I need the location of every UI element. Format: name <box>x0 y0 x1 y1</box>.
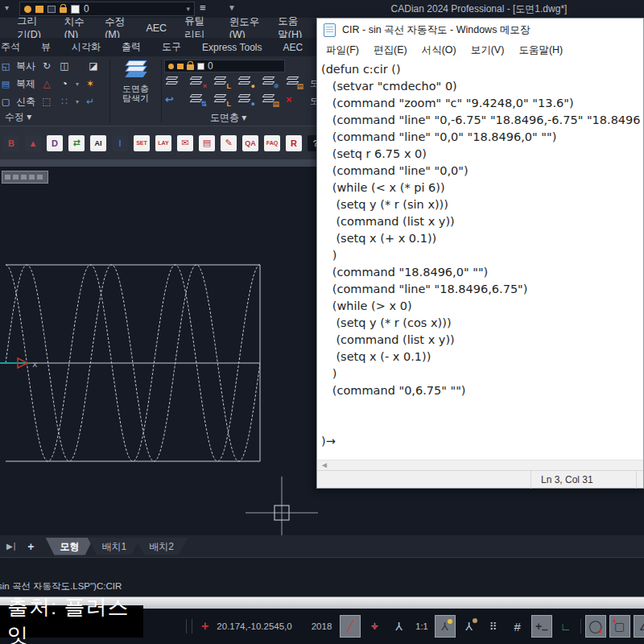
ribbon-tab-4[interactable]: 출력 <box>111 40 151 54</box>
duplicate-lead-icon[interactable]: ▤ <box>0 79 11 89</box>
layers-stack-icon[interactable]: ≡ <box>200 2 206 14</box>
tracking-toggle[interactable]: + <box>364 615 385 638</box>
angle-snap-toggle[interactable]: ∠ <box>634 615 644 638</box>
notepad-titlebar[interactable]: CIR - sin 곡선 자동작도 - Windows 메모장 <box>317 19 643 41</box>
code-line-4: (command "line" "0,-6.75" "18.8496,-6.75… <box>321 112 643 129</box>
array-dropdown-icon[interactable]: ▾ <box>76 98 79 105</box>
annotation-autoscale-toggle[interactable]: Y <box>459 615 480 638</box>
layer-tool-2-4[interactable]: ● <box>234 92 255 108</box>
quick-access-dropdown-icon[interactable]: ▾ <box>5 3 9 12</box>
ai-plugin-icon[interactable]: AI <box>90 135 106 151</box>
annotation-scale-label[interactable]: 1:1 <box>415 621 427 631</box>
pen-doc-icon[interactable]: ✎ <box>221 135 237 151</box>
notepad-hscrollbar[interactable]: ◄ <box>317 460 643 470</box>
faq-icon[interactable]: FAQ <box>264 135 280 151</box>
cad-menu-2[interactable]: 치수(N) <box>56 15 96 40</box>
plugin-b-icon[interactable]: B <box>3 135 19 151</box>
rotate-icon[interactable]: ↻ <box>40 60 53 72</box>
layer-tool-1-2[interactable]: × <box>186 74 207 90</box>
layer-explorer-panel[interactable]: 도면층 탐색기 <box>110 56 161 126</box>
join-icon[interactable]: ↵ <box>84 96 97 107</box>
np-menu-5[interactable]: 도움말(H) <box>511 43 570 57</box>
notepad-menubar: 파일(F)편집(E)서식(O)보기(V)도움말(H) <box>317 41 643 60</box>
stretch-lead-icon[interactable]: ▢ <box>0 97 11 107</box>
year-field[interactable]: 2018 <box>312 621 332 631</box>
layer-tool-2-6[interactable]: × <box>283 92 303 108</box>
plugin-arrow-icon[interactable]: ▲ <box>25 135 41 151</box>
ribbon-tab-1[interactable]: 주석 <box>0 40 31 54</box>
notepad-statusbar: Ln 3, Col 31 <box>317 470 643 488</box>
ribbon-layer-combobox[interactable]: 0 <box>164 60 285 72</box>
modify-panel-label[interactable]: 수정 ▾ <box>5 110 31 124</box>
mirror-red-icon[interactable]: △ <box>40 78 53 89</box>
scale-icon[interactable]: ⬚ <box>40 96 53 107</box>
np-menu-4[interactable]: 보기(V) <box>464 43 512 57</box>
chevron-down-icon[interactable]: ▾ <box>186 5 190 13</box>
layout-tab-모형[interactable]: 모형 <box>45 538 93 555</box>
mirror-icon[interactable]: ◫ <box>58 60 71 72</box>
np-menu-1[interactable]: 파일(F) <box>319 43 366 57</box>
duplicate-button[interactable]: 복제 <box>16 77 35 91</box>
copy-button[interactable]: 복사 <box>16 60 35 73</box>
isometric-plane-toggle[interactable]: Y <box>388 615 409 638</box>
convert-arrows-icon[interactable]: ⇄ <box>68 135 85 151</box>
fillet-dropdown-icon[interactable]: ▾ <box>76 80 79 88</box>
d-plugin-icon[interactable]: D <box>47 135 63 151</box>
annotation-visibility-toggle[interactable]: Y <box>435 615 456 638</box>
layer-tool-1-4[interactable]: ● <box>234 74 255 90</box>
layout-tab-배치1[interactable]: 배치1 <box>87 538 141 555</box>
ribbon-tab-3[interactable]: 시각화 <box>61 40 111 54</box>
layer-tool-2-1[interactable]: ↩ <box>162 92 183 108</box>
layer-tool-1-1[interactable] <box>162 74 183 90</box>
set-print-icon[interactable]: SET <box>134 135 150 151</box>
ribbon-tab-6[interactable]: Express Tools <box>192 42 272 53</box>
explode-icon[interactable]: ✶ <box>84 78 97 89</box>
scroll-left-icon[interactable]: ◄ <box>320 460 328 469</box>
code-line-19: ) <box>321 365 643 382</box>
layer-explorer-label-2: 탐색기 <box>110 93 161 103</box>
layer-panel-label[interactable]: 도면층 ▾ <box>210 111 246 125</box>
fillet-icon[interactable]: ◔ <box>58 78 71 89</box>
layer-tool-1-3[interactable]: L <box>210 74 231 90</box>
layer-tool-1-5[interactable]: ❄ <box>258 74 279 90</box>
qna-icon[interactable]: QA <box>242 135 258 151</box>
layer-filter-icon[interactable]: ▼ <box>228 3 236 12</box>
cad-menu-6[interactable]: 윈도우(W) <box>221 15 270 40</box>
cad-menu-3[interactable]: 수정(M) <box>96 15 137 40</box>
command-window[interactable]: sin 곡선 자동작도.LSP")C:CIR <box>0 557 644 597</box>
cad-menu-4[interactable]: AEC <box>137 23 175 34</box>
np-menu-2[interactable]: 편집(E) <box>366 43 415 57</box>
dynamic-input-toggle[interactable]: +▁ <box>531 615 552 638</box>
lay-edit-icon[interactable]: LAY <box>155 135 171 151</box>
grid-display-toggle[interactable]: # <box>507 615 528 638</box>
code-line-6: (setq r 6.75 x 0) <box>321 146 643 163</box>
layer-tool-1-6[interactable]: ▤ <box>283 74 303 90</box>
tab-nav-last-icon[interactable]: ▶| <box>6 542 16 551</box>
copy-clip-icon[interactable]: ◱ <box>0 61 11 72</box>
model-tabs: 모형배치1배치2 <box>52 538 188 555</box>
ribbon-tab-5[interactable]: 도구 <box>151 40 192 54</box>
new-layout-icon[interactable]: + <box>27 540 34 553</box>
mail-icon[interactable]: ✉ <box>177 135 193 151</box>
layer-tool-2-3[interactable]: L <box>210 92 231 108</box>
ribbon-tab-2[interactable]: 뷰 <box>31 40 61 54</box>
polar-tracking-toggle[interactable]: ◯▲ <box>585 615 606 638</box>
object-snap-toggle[interactable]: ▢+ <box>609 615 630 638</box>
ortho-toggle[interactable]: ∟ <box>555 615 576 638</box>
layer-thaw-icon <box>177 64 184 69</box>
r-brand-icon[interactable]: R <box>286 135 302 151</box>
layer-tool-2-2[interactable]: ⇅ <box>186 92 207 108</box>
dimension-i-icon[interactable]: I <box>112 135 128 151</box>
erase-icon[interactable]: ◪ <box>87 60 100 72</box>
red-doc-icon[interactable]: ▤ <box>199 135 215 151</box>
stretch-button[interactable]: 신축 <box>16 95 35 109</box>
np-menu-3[interactable]: 서식(O) <box>415 43 464 57</box>
array-icon[interactable]: ∷ <box>58 96 71 107</box>
snap-grid-toggle[interactable]: ⠿ <box>483 615 504 638</box>
ucs-display-toggle[interactable]: ╱ <box>340 615 361 638</box>
layer-tool-2-5[interactable]: ▤ <box>258 92 279 108</box>
ribbon-tab-7[interactable]: AEC <box>272 42 313 53</box>
command-line-text: sin 곡선 자동작도.LSP")C:CIR <box>0 580 122 592</box>
notepad-text-area[interactable]: (defun c:cir () (setvar "cmdecho" 0) (co… <box>317 60 643 460</box>
layout-tab-배치2[interactable]: 배치2 <box>134 538 188 555</box>
